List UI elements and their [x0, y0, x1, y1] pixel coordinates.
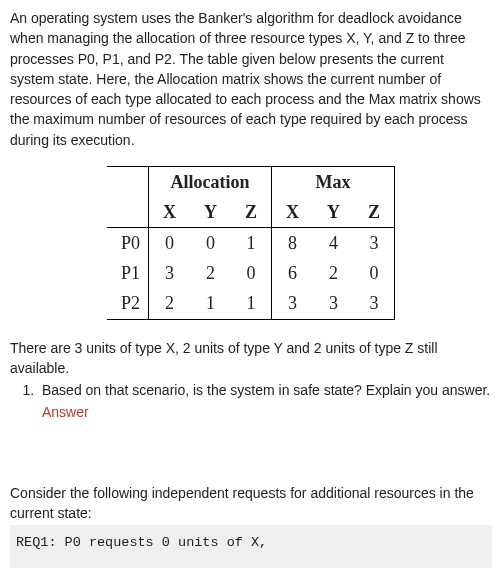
row-label-p1: P1: [107, 258, 149, 288]
table-row: P2 2 1 1 3 3 3: [107, 288, 395, 319]
cell: 6: [272, 258, 314, 288]
intro-text: An operating system uses the Banker's al…: [10, 8, 492, 150]
cell: 4: [313, 228, 354, 259]
table-corner: [107, 167, 149, 198]
sub-z2: Z: [354, 197, 395, 228]
answer-label: Answer: [42, 402, 492, 422]
cell: 2: [313, 258, 354, 288]
q1-text: Based on that scenario, is the system in…: [42, 382, 490, 398]
cell: 1: [231, 228, 272, 259]
cell: 0: [231, 258, 272, 288]
state-table: Allocation Max X Y Z X Y Z P0 0 0 1 8 4 …: [107, 166, 395, 319]
row-label-p2: P2: [107, 288, 149, 319]
cell: 0: [354, 258, 395, 288]
request-block: REQ1: P0 requests 0 units of X, 0 units …: [10, 525, 492, 568]
cell: 2: [148, 288, 190, 319]
group-header-max: Max: [272, 167, 395, 198]
group-header-allocation: Allocation: [148, 167, 271, 198]
sub-z1: Z: [231, 197, 272, 228]
sub-x1: X: [148, 197, 190, 228]
cell: 1: [190, 288, 231, 319]
table-row: P1 3 2 0 6 2 0: [107, 258, 395, 288]
cell: 3: [354, 288, 395, 319]
sub-x2: X: [272, 197, 314, 228]
cell: 0: [190, 228, 231, 259]
sub-y2: Y: [313, 197, 354, 228]
cell: 3: [272, 288, 314, 319]
row-label-p0: P0: [107, 228, 149, 259]
cell: 3: [354, 228, 395, 259]
sub-corner: [107, 197, 149, 228]
cell: 1: [231, 288, 272, 319]
cell: 2: [190, 258, 231, 288]
state-table-wrap: Allocation Max X Y Z X Y Z P0 0 0 1 8 4 …: [10, 166, 492, 319]
table-row: P0 0 0 1 8 4 3: [107, 228, 395, 259]
consider-text: Consider the following independent reque…: [10, 483, 492, 524]
cell: 3: [148, 258, 190, 288]
question-list-1: Based on that scenario, is the system in…: [10, 380, 492, 423]
question-1: Based on that scenario, is the system in…: [38, 380, 492, 423]
req1-line1: REQ1: P0 requests 0 units of X,: [16, 535, 267, 550]
cell: 8: [272, 228, 314, 259]
cell: 3: [313, 288, 354, 319]
sub-y1: Y: [190, 197, 231, 228]
cell: 0: [148, 228, 190, 259]
available-text: There are 3 units of type X, 2 units of …: [10, 338, 492, 379]
